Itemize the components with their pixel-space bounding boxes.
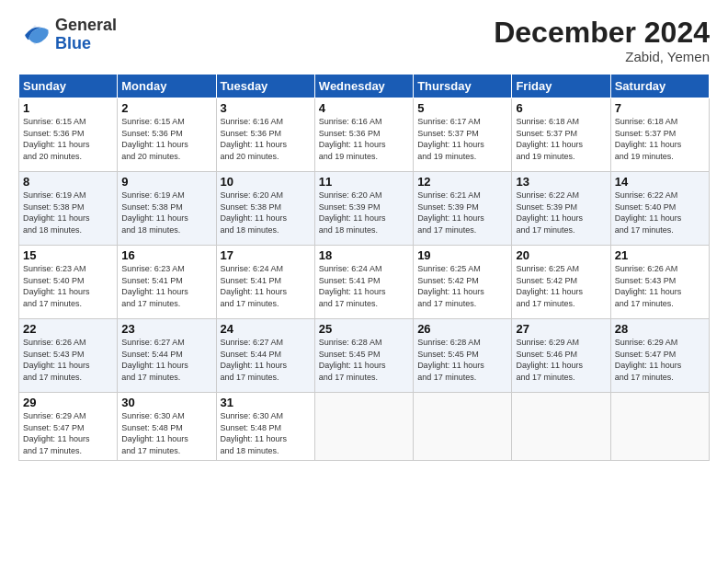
day-info: Sunrise: 6:29 AMSunset: 5:47 PMDaylight:… <box>23 410 113 456</box>
day-number: 13 <box>516 175 606 189</box>
calendar-cell: 5Sunrise: 6:17 AMSunset: 5:37 PMDaylight… <box>414 98 512 172</box>
week-row-4: 22Sunrise: 6:26 AMSunset: 5:43 PMDayligh… <box>19 319 710 393</box>
day-info: Sunrise: 6:20 AMSunset: 5:39 PMDaylight:… <box>319 190 409 236</box>
day-number: 20 <box>516 248 606 262</box>
logo-icon <box>18 18 51 52</box>
day-info: Sunrise: 6:16 AMSunset: 5:36 PMDaylight:… <box>319 116 409 162</box>
day-info: Sunrise: 6:17 AMSunset: 5:37 PMDaylight:… <box>417 116 507 162</box>
day-info: Sunrise: 6:26 AMSunset: 5:43 PMDaylight:… <box>23 337 113 383</box>
day-info: Sunrise: 6:19 AMSunset: 5:38 PMDaylight:… <box>121 190 211 236</box>
day-info: Sunrise: 6:23 AMSunset: 5:40 PMDaylight:… <box>23 263 113 309</box>
day-number: 5 <box>417 101 507 115</box>
day-number: 7 <box>615 101 705 115</box>
calendar-table: SundayMondayTuesdayWednesdayThursdayFrid… <box>18 74 710 460</box>
day-info: Sunrise: 6:23 AMSunset: 5:41 PMDaylight:… <box>121 263 211 309</box>
day-number: 8 <box>23 175 113 189</box>
calendar-cell: 9Sunrise: 6:19 AMSunset: 5:38 PMDaylight… <box>118 172 216 246</box>
calendar-cell: 2Sunrise: 6:15 AMSunset: 5:36 PMDaylight… <box>118 98 216 172</box>
week-row-3: 15Sunrise: 6:23 AMSunset: 5:40 PMDayligh… <box>19 246 710 319</box>
calendar-cell: 14Sunrise: 6:22 AMSunset: 5:40 PMDayligh… <box>610 172 709 246</box>
day-info: Sunrise: 6:29 AMSunset: 5:47 PMDaylight:… <box>615 337 705 383</box>
calendar-cell: 17Sunrise: 6:24 AMSunset: 5:41 PMDayligh… <box>216 246 314 319</box>
day-info: Sunrise: 6:20 AMSunset: 5:38 PMDaylight:… <box>221 190 311 236</box>
day-number: 25 <box>319 322 409 336</box>
day-number: 21 <box>615 248 705 262</box>
calendar-cell: 25Sunrise: 6:28 AMSunset: 5:45 PMDayligh… <box>314 319 413 393</box>
day-number: 23 <box>121 322 211 336</box>
calendar-cell: 16Sunrise: 6:23 AMSunset: 5:41 PMDayligh… <box>118 246 216 319</box>
day-info: Sunrise: 6:30 AMSunset: 5:48 PMDaylight:… <box>121 410 211 456</box>
day-number: 17 <box>221 248 311 262</box>
calendar-cell: 20Sunrise: 6:25 AMSunset: 5:42 PMDayligh… <box>512 246 610 319</box>
day-info: Sunrise: 6:21 AMSunset: 5:39 PMDaylight:… <box>417 190 507 236</box>
day-info: Sunrise: 6:24 AMSunset: 5:41 PMDaylight:… <box>221 263 311 309</box>
day-info: Sunrise: 6:15 AMSunset: 5:36 PMDaylight:… <box>23 116 113 162</box>
calendar-body: 1Sunrise: 6:15 AMSunset: 5:36 PMDaylight… <box>19 98 710 460</box>
day-number: 31 <box>221 396 311 409</box>
day-info: Sunrise: 6:27 AMSunset: 5:44 PMDaylight:… <box>121 337 211 383</box>
day-info: Sunrise: 6:25 AMSunset: 5:42 PMDaylight:… <box>417 263 507 309</box>
day-info: Sunrise: 6:18 AMSunset: 5:37 PMDaylight:… <box>516 116 606 162</box>
calendar-cell: 23Sunrise: 6:27 AMSunset: 5:44 PMDayligh… <box>118 319 216 393</box>
day-info: Sunrise: 6:24 AMSunset: 5:41 PMDaylight:… <box>319 263 409 309</box>
calendar-cell: 22Sunrise: 6:26 AMSunset: 5:43 PMDayligh… <box>19 319 118 393</box>
day-number: 24 <box>221 322 311 336</box>
calendar-cell: 19Sunrise: 6:25 AMSunset: 5:42 PMDayligh… <box>414 246 512 319</box>
calendar-cell: 24Sunrise: 6:27 AMSunset: 5:44 PMDayligh… <box>216 319 314 393</box>
calendar-cell: 11Sunrise: 6:20 AMSunset: 5:39 PMDayligh… <box>314 172 413 246</box>
day-number: 1 <box>23 101 113 115</box>
day-info: Sunrise: 6:22 AMSunset: 5:39 PMDaylight:… <box>516 190 606 236</box>
title-block: December 2024 Zabid, Yemen <box>494 17 710 64</box>
day-number: 22 <box>23 322 113 336</box>
calendar-cell: 29Sunrise: 6:29 AMSunset: 5:47 PMDayligh… <box>19 393 118 460</box>
day-info: Sunrise: 6:19 AMSunset: 5:38 PMDaylight:… <box>23 190 113 236</box>
day-number: 26 <box>417 322 507 336</box>
day-number: 27 <box>516 322 606 336</box>
calendar-cell: 27Sunrise: 6:29 AMSunset: 5:46 PMDayligh… <box>512 319 610 393</box>
day-info: Sunrise: 6:27 AMSunset: 5:44 PMDaylight:… <box>221 337 311 383</box>
day-info: Sunrise: 6:15 AMSunset: 5:36 PMDaylight:… <box>121 116 211 162</box>
day-number: 2 <box>121 101 211 115</box>
month-year: December 2024 <box>494 17 710 49</box>
day-number: 12 <box>417 175 507 189</box>
day-number: 19 <box>417 248 507 262</box>
calendar-cell: 1Sunrise: 6:15 AMSunset: 5:36 PMDaylight… <box>19 98 118 172</box>
calendar-cell: 15Sunrise: 6:23 AMSunset: 5:40 PMDayligh… <box>19 246 118 319</box>
day-number: 3 <box>221 101 311 115</box>
day-number: 28 <box>615 322 705 336</box>
header: General Blue December 2024 Zabid, Yemen <box>18 17 710 64</box>
calendar-cell: 8Sunrise: 6:19 AMSunset: 5:38 PMDaylight… <box>19 172 118 246</box>
day-number: 10 <box>221 175 311 189</box>
calendar-cell <box>314 393 413 460</box>
day-number: 4 <box>319 101 409 115</box>
calendar-cell: 21Sunrise: 6:26 AMSunset: 5:43 PMDayligh… <box>610 246 709 319</box>
calendar-cell: 6Sunrise: 6:18 AMSunset: 5:37 PMDaylight… <box>512 98 610 172</box>
week-row-5: 29Sunrise: 6:29 AMSunset: 5:47 PMDayligh… <box>19 393 710 460</box>
logo-text: General Blue <box>55 17 117 53</box>
day-number: 14 <box>615 175 705 189</box>
day-number: 16 <box>121 248 211 262</box>
day-info: Sunrise: 6:16 AMSunset: 5:36 PMDaylight:… <box>221 116 311 162</box>
weekday-sunday: Sunday <box>19 75 118 98</box>
calendar-page: General Blue December 2024 Zabid, Yemen … <box>0 0 728 563</box>
weekday-saturday: Saturday <box>610 75 709 98</box>
weekday-tuesday: Tuesday <box>216 75 314 98</box>
calendar-cell <box>610 393 709 460</box>
day-number: 9 <box>121 175 211 189</box>
weekday-friday: Friday <box>512 75 610 98</box>
calendar-cell: 13Sunrise: 6:22 AMSunset: 5:39 PMDayligh… <box>512 172 610 246</box>
week-row-2: 8Sunrise: 6:19 AMSunset: 5:38 PMDaylight… <box>19 172 710 246</box>
day-info: Sunrise: 6:28 AMSunset: 5:45 PMDaylight:… <box>319 337 409 383</box>
day-number: 15 <box>23 248 113 262</box>
calendar-cell: 28Sunrise: 6:29 AMSunset: 5:47 PMDayligh… <box>610 319 709 393</box>
day-number: 30 <box>121 396 211 409</box>
day-info: Sunrise: 6:29 AMSunset: 5:46 PMDaylight:… <box>516 337 606 383</box>
calendar-cell: 30Sunrise: 6:30 AMSunset: 5:48 PMDayligh… <box>118 393 216 460</box>
calendar-cell <box>414 393 512 460</box>
day-info: Sunrise: 6:22 AMSunset: 5:40 PMDaylight:… <box>615 190 705 236</box>
day-info: Sunrise: 6:25 AMSunset: 5:42 PMDaylight:… <box>516 263 606 309</box>
calendar-cell: 26Sunrise: 6:28 AMSunset: 5:45 PMDayligh… <box>414 319 512 393</box>
calendar-cell: 7Sunrise: 6:18 AMSunset: 5:37 PMDaylight… <box>610 98 709 172</box>
day-number: 6 <box>516 101 606 115</box>
day-info: Sunrise: 6:18 AMSunset: 5:37 PMDaylight:… <box>615 116 705 162</box>
